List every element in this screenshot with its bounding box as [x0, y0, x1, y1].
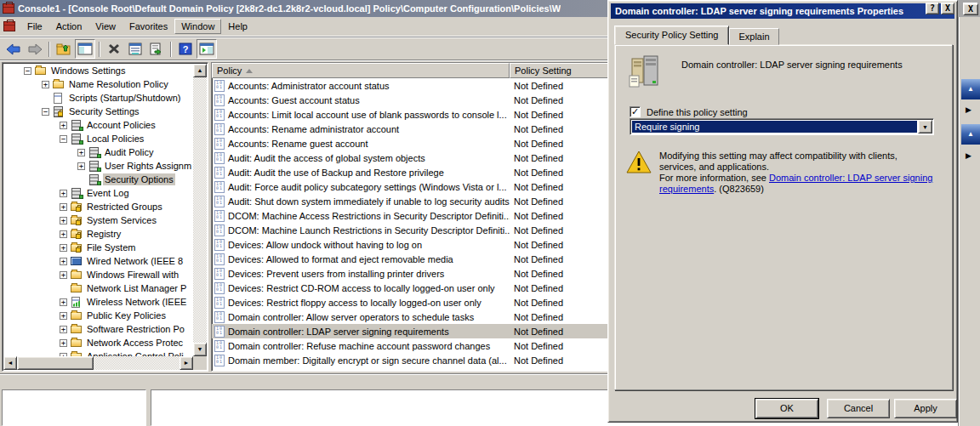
expand-icon[interactable]: + [60, 271, 67, 279]
expand-icon[interactable]: + [60, 122, 67, 129]
expand-icon[interactable]: + [60, 258, 67, 265]
dialog-policy-name: Domain controller: LDAP server signing r… [681, 60, 937, 70]
menu-action[interactable]: Action [49, 19, 89, 34]
collapse-icon[interactable]: − [60, 135, 67, 143]
folder-icon [71, 310, 83, 321]
scrollbar-thumb[interactable] [17, 356, 94, 370]
policy-name: DCOM: Machine Launch Restrictions in Sec… [228, 225, 510, 236]
tree-item-label: Security Options [103, 173, 175, 185]
tree-item-scripts-startup-shutdown[interactable]: Scripts (Startup/Shutdown) [3, 91, 193, 105]
scroll-right-icon[interactable]: ► [179, 356, 193, 370]
tree-item-system-services[interactable]: +System Services [3, 213, 193, 227]
menu-file[interactable]: File [20, 19, 49, 34]
show-console-tree-icon[interactable] [75, 39, 95, 59]
actions-pane-collapse-icon[interactable]: ▲ [961, 79, 980, 99]
policy-setting-cell: Not Defined [510, 298, 563, 308]
policy-cell: Domain controller: Allow server operator… [212, 311, 510, 323]
tree-item-wireless-network-ieee[interactable]: +Wireless Network (IEEE [3, 295, 193, 309]
policy-setting-cell: Not Defined [510, 269, 563, 279]
scroll-left-icon[interactable]: ◄ [3, 356, 17, 370]
ok-button[interactable]: OK [755, 399, 818, 418]
tree-item-public-key-policies[interactable]: +Public Key Policies [3, 309, 193, 322]
expand-icon[interactable]: + [60, 244, 67, 252]
dropdown-arrow-icon[interactable]: ▼ [918, 120, 932, 133]
policy-document-icon [214, 80, 225, 92]
menu-help[interactable]: Help [221, 19, 254, 34]
up-one-level-icon[interactable] [54, 39, 74, 59]
apply-button[interactable]: Apply [894, 399, 957, 418]
tree-item-event-log[interactable]: +Event Log [3, 186, 193, 200]
forward-icon[interactable] [25, 39, 45, 59]
tree-vertical-scrollbar[interactable]: ▲ ▼ [193, 64, 207, 356]
tree-item-security-settings[interactable]: −Security Settings [3, 105, 193, 118]
properties-icon[interactable] [125, 39, 145, 59]
policy-setting-cell: Not Defined [510, 196, 563, 207]
menu-view[interactable]: View [88, 19, 122, 34]
tree-item-application-control-poli[interactable]: +Application Control Poli [3, 349, 193, 356]
tree-item-name-resolution-policy[interactable]: +Name Resolution Policy [3, 77, 193, 91]
tree-item-user-rights-assignm[interactable]: +User Rights Assignm [3, 159, 193, 173]
more-actions-arrow-icon[interactable]: ▶ [966, 151, 971, 160]
column-header-policy[interactable]: Policy [212, 63, 510, 78]
tree-item-account-policies[interactable]: +Account Policies [3, 118, 193, 132]
expand-icon[interactable]: + [42, 81, 49, 88]
expand-slot: + [58, 312, 69, 320]
icon-base [71, 326, 82, 333]
define-policy-checkbox-label[interactable]: Define this policy setting [647, 107, 748, 117]
tree-item-registry[interactable]: +Registry [3, 227, 193, 241]
expand-icon[interactable]: + [60, 203, 67, 211]
tab-explain[interactable]: Explain [729, 28, 778, 45]
tree-item-local-policies[interactable]: −Local Policies [3, 132, 193, 145]
show-action-pane-icon[interactable] [197, 39, 217, 59]
menu-window[interactable]: Window [174, 19, 221, 34]
expand-icon[interactable]: + [77, 149, 85, 156]
background-window-left-pane [2, 389, 146, 426]
tree-item-audit-policy[interactable]: +Audit Policy [3, 145, 193, 159]
policy-cell: Domain member: Digitally encrypt or sign… [212, 355, 510, 366]
tree-item-network-access-protec[interactable]: +Network Access Protec [3, 336, 193, 349]
tree-item-windows-firewall-with[interactable]: +Windows Firewall with [3, 268, 193, 281]
expand-icon[interactable]: + [60, 326, 67, 333]
mdi-child-close-icon[interactable]: X [963, 3, 978, 15]
scroll-down-icon[interactable]: ▼ [193, 343, 207, 356]
tab-security-policy-setting[interactable]: Security Policy Setting [614, 26, 729, 45]
tree-item-network-list-manager-p[interactable]: Network List Manager P [3, 281, 193, 295]
tree-item-label: Event Log [85, 187, 131, 199]
expand-slot: + [58, 258, 69, 265]
collapse-icon[interactable]: − [24, 67, 31, 75]
tree-item-file-system[interactable]: +File System [3, 241, 193, 254]
expand-icon[interactable]: + [60, 339, 67, 347]
collapse-icon[interactable]: − [42, 108, 49, 116]
tree-item-security-options[interactable]: Security Options [3, 173, 193, 186]
tree-horizontal-scrollbar[interactable]: ◄ ► [3, 356, 193, 370]
delete-icon[interactable] [104, 39, 124, 59]
policy-setting-cell: Not Defined [510, 81, 563, 91]
help-icon[interactable]: ? [175, 39, 196, 59]
scroll-up-icon[interactable]: ▲ [193, 64, 207, 77]
expand-icon[interactable]: + [60, 298, 67, 306]
cancel-button[interactable]: Cancel [827, 399, 890, 418]
expand-slot: + [58, 339, 69, 347]
tree-item-restricted-groups[interactable]: +Restricted Groups [3, 200, 193, 213]
more-actions-arrow-icon[interactable]: ▶ [966, 105, 971, 114]
icon-overlay [97, 181, 101, 185]
scrollbar-corner [193, 356, 207, 370]
export-list-icon[interactable] [146, 39, 167, 59]
tree-item-windows-settings[interactable]: −Windows Settings [3, 64, 193, 77]
expand-icon[interactable]: + [60, 230, 67, 238]
expand-icon[interactable]: + [60, 312, 67, 320]
expand-icon[interactable]: + [60, 190, 67, 197]
menu-favorites[interactable]: Favorites [122, 19, 174, 34]
policy-value-dropdown[interactable]: Require signing ▼ [630, 118, 934, 135]
tree-item-software-restriction-po[interactable]: +Software Restriction Po [3, 322, 193, 336]
policy-cell: Audit: Shut down system immediately if u… [212, 196, 510, 207]
dialog-help-icon[interactable]: ? [926, 3, 939, 14]
expand-icon[interactable]: + [77, 162, 85, 170]
tree-item-wired-network-ieee-8[interactable]: +Wired Network (IEEE 8 [3, 254, 193, 268]
expand-icon[interactable]: + [60, 217, 67, 224]
back-icon[interactable] [3, 39, 24, 59]
dialog-close-icon[interactable]: X [941, 3, 954, 14]
actions-pane-collapse-icon[interactable]: ▲ [961, 124, 980, 145]
policy-name: Devices: Allowed to format and eject rem… [228, 254, 453, 264]
define-policy-checkbox[interactable]: ✓ [630, 106, 641, 117]
